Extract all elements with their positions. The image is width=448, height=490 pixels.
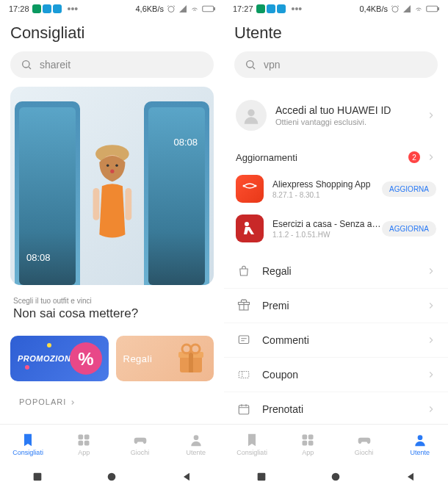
search-bar[interactable]: shareit <box>10 51 214 78</box>
chevron-right-icon <box>426 404 436 414</box>
svg-rect-39 <box>303 440 308 445</box>
user-icon <box>189 433 203 447</box>
svg-rect-18 <box>79 434 84 439</box>
svg-point-32 <box>245 222 249 226</box>
svg-point-24 <box>108 473 116 481</box>
svg-rect-23 <box>33 473 41 481</box>
sys-recent-icon[interactable] <box>256 471 267 483</box>
status-app-icon <box>256 4 265 13</box>
app-icon-aliexpress <box>236 175 264 203</box>
hero-subtitle: Scegli il tuo outfit e vinci <box>13 297 211 305</box>
nav-app[interactable]: App <box>280 425 336 464</box>
svg-rect-37 <box>303 434 308 439</box>
bookmark-icon <box>245 433 259 447</box>
battery-icon <box>202 5 215 12</box>
nav-giochi[interactable]: Giochi <box>336 425 392 464</box>
sys-back-icon[interactable] <box>181 471 192 483</box>
nav-giochi[interactable]: Giochi <box>112 425 168 464</box>
nav-utente[interactable]: Utente <box>392 425 448 464</box>
hero-person <box>80 87 145 285</box>
app-name: Aliexpress Shopping App <box>272 179 382 190</box>
system-nav <box>0 464 224 490</box>
status-speed: 0,4KB/s <box>359 4 388 13</box>
signal-icon <box>402 4 411 13</box>
search-bar[interactable]: vpn <box>234 51 438 78</box>
chevron-right-icon <box>426 370 436 380</box>
svg-rect-36 <box>239 406 249 414</box>
sys-recent-icon[interactable] <box>32 471 43 483</box>
nav-consigliati[interactable]: Consigliati <box>224 425 280 464</box>
account-title: Accedi al tuo HUAWEI ID <box>275 104 426 116</box>
wifi-icon <box>190 4 199 13</box>
app-version: 8.27.1 - 8.30.1 <box>272 191 382 199</box>
gamepad-icon <box>133 433 148 447</box>
svg-point-8 <box>106 165 109 167</box>
svg-point-0 <box>168 7 174 12</box>
svg-rect-7 <box>125 188 131 220</box>
promo-card-promozioni[interactable]: PROMOZIONI % <box>10 336 109 381</box>
updates-badge: 2 <box>408 151 420 163</box>
menu-item-regali[interactable]: Regali <box>224 254 448 289</box>
svg-point-31 <box>255 185 257 187</box>
battery-icon <box>426 5 439 12</box>
status-time: 17:28 <box>9 4 29 13</box>
search-icon <box>245 59 256 71</box>
svg-point-3 <box>23 61 29 68</box>
chevron-right-icon <box>426 110 436 120</box>
sys-back-icon[interactable] <box>405 471 416 483</box>
nav-app[interactable]: App <box>56 425 112 464</box>
user-icon <box>413 433 427 447</box>
screen-consigliati: 17:28 ••• 4,6KB/s Consigliati shareit 08… <box>0 0 224 490</box>
svg-point-30 <box>243 185 245 187</box>
ticket-icon <box>236 368 252 381</box>
avatar <box>236 100 267 131</box>
calendar-icon <box>236 403 252 416</box>
update-button[interactable]: AGGIORNA <box>382 181 436 197</box>
apps-icon <box>300 433 315 447</box>
hero-title: Non sai cosa mettere? <box>13 306 211 321</box>
chevron-right-icon <box>426 266 436 276</box>
nav-consigliati[interactable]: Consigliati <box>0 425 56 464</box>
svg-point-25 <box>392 7 398 12</box>
svg-point-29 <box>248 109 254 116</box>
app-icon-esercizi <box>236 215 264 242</box>
hero-banner[interactable]: 08:08 08:08 <box>10 87 214 285</box>
menu-item-coupon[interactable]: Coupon <box>224 358 448 392</box>
apps-icon <box>76 433 91 447</box>
svg-rect-2 <box>214 8 216 10</box>
chevron-right-icon <box>426 152 436 162</box>
status-bar: 17:27 ••• 0,4KB/s <box>224 0 448 18</box>
update-button[interactable]: AGGIORNA <box>382 221 436 237</box>
status-bar: 17:28 ••• 4,6KB/s <box>0 0 224 18</box>
bottom-nav: Consigliati App Giochi Utente <box>0 424 224 464</box>
promo-card-regali[interactable]: Regali <box>116 336 214 381</box>
svg-rect-1 <box>203 6 214 12</box>
user-placeholder-icon <box>241 105 261 126</box>
wifi-icon <box>414 4 423 13</box>
nav-utente[interactable]: Utente <box>168 425 224 464</box>
search-placeholder: shareit <box>40 59 71 71</box>
sys-home-icon[interactable] <box>330 471 342 483</box>
app-row-esercizi[interactable]: Esercizi a casa - Senza attrezzature 1.1… <box>224 209 448 248</box>
screen-utente: 17:27 ••• 0,4KB/s Utente vpn Accedi <box>224 0 448 490</box>
updates-header[interactable]: Aggiornamenti 2 <box>224 141 448 169</box>
account-row[interactable]: Accedi al tuo HUAWEI ID Ottieni vantaggi… <box>224 90 448 141</box>
menu-item-prenotati[interactable]: Prenotati <box>224 392 448 424</box>
status-app-icon <box>32 4 41 13</box>
gift-icon <box>236 299 252 312</box>
svg-point-28 <box>247 61 253 68</box>
hero-phone-right: 08:08 <box>144 101 209 285</box>
search-icon <box>21 59 32 71</box>
search-placeholder: vpn <box>264 59 281 71</box>
sys-home-icon[interactable] <box>106 471 118 483</box>
page-title: Consigliati <box>0 18 224 51</box>
menu-item-premi[interactable]: Premi <box>224 289 448 323</box>
status-app-icon <box>277 4 286 13</box>
app-name: Esercizi a casa - Senza attrezzature <box>272 219 382 229</box>
app-row-aliexpress[interactable]: Aliexpress Shopping App 8.27.1 - 8.30.1 … <box>224 169 448 209</box>
svg-point-9 <box>115 165 118 167</box>
gift-icon <box>173 340 209 377</box>
menu-item-commenti[interactable]: Commenti <box>224 323 448 358</box>
hero-caption: Scegli il tuo outfit e vinci Non sai cos… <box>10 291 214 327</box>
popolari-header[interactable]: POPOLARI <box>10 390 214 414</box>
